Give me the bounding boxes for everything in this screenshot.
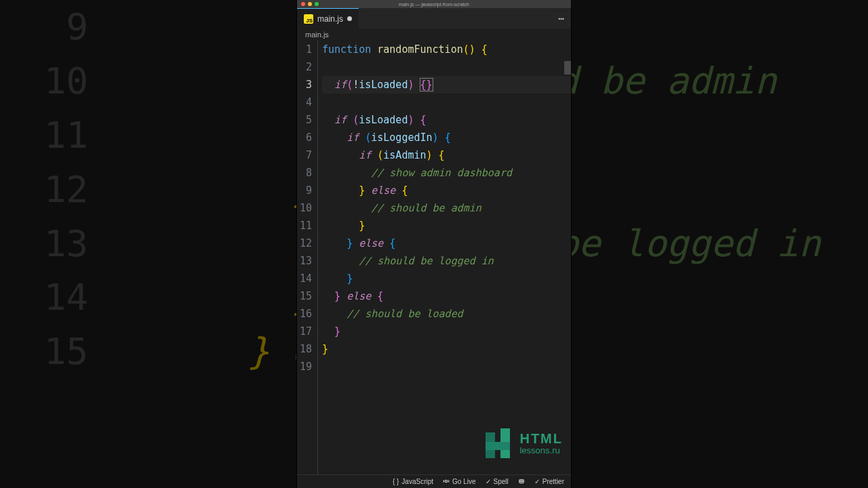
watermark-logo: HTML lessons.ru xyxy=(486,428,563,458)
more-actions-icon[interactable]: ⋯ xyxy=(552,13,571,24)
titlebar: main.js — javascript-from-scratch xyxy=(297,0,571,8)
code-line[interactable]: } xyxy=(322,323,571,340)
code-line[interactable]: // should be loaded xyxy=(322,305,571,323)
line-number: 6 xyxy=(297,129,312,146)
line-number: 1 xyxy=(297,41,312,58)
code-content[interactable]: function randomFunction() { if(!isLoaded… xyxy=(317,41,571,474)
tab-main-js[interactable]: JS main.js xyxy=(297,8,359,28)
broadcast-icon xyxy=(443,478,450,486)
code-line[interactable]: } else { xyxy=(322,182,571,199)
code-line[interactable]: } xyxy=(322,217,571,235)
code-line[interactable] xyxy=(322,358,571,375)
window-title: main.js — javascript-from-scratch xyxy=(399,2,469,7)
tab-bar: JS main.js ⋯ xyxy=(297,8,571,28)
braces-icon: { } xyxy=(393,478,399,485)
code-line[interactable]: } xyxy=(322,340,571,358)
minimize-icon[interactable] xyxy=(308,2,312,6)
maximize-icon[interactable] xyxy=(315,2,319,6)
breadcrumb-item: main.js xyxy=(305,30,329,39)
code-line[interactable]: // show admin dashboard xyxy=(322,164,571,182)
line-number: 17 xyxy=(297,323,312,340)
breadcrumb[interactable]: main.js xyxy=(297,28,571,41)
line-number: 13 xyxy=(297,252,312,270)
code-line[interactable]: } else { xyxy=(322,235,571,252)
copilot-icon xyxy=(518,478,525,486)
line-number: 7 xyxy=(297,146,312,164)
code-line[interactable]: if (isLoaded) { xyxy=(322,111,571,129)
svg-point-0 xyxy=(445,480,447,482)
code-line[interactable] xyxy=(322,94,571,111)
svg-point-2 xyxy=(520,481,521,481)
code-line[interactable]: // should be admin xyxy=(322,199,571,217)
line-number: 15 xyxy=(297,287,312,305)
line-number: 3 xyxy=(297,76,312,94)
check-icon: ✓ xyxy=(486,478,491,485)
code-editor[interactable]: 12345678910111213141516171819 function r… xyxy=(297,41,571,474)
code-line[interactable]: // should be logged in xyxy=(322,252,571,270)
line-number: 12 xyxy=(297,235,312,252)
code-line[interactable]: } else { xyxy=(322,287,571,305)
js-file-icon: JS xyxy=(304,14,313,24)
line-number: 5 xyxy=(297,111,312,129)
code-line[interactable]: if (isLoggedIn) { xyxy=(322,129,571,146)
line-number: 11 xyxy=(297,217,312,235)
window-controls xyxy=(301,2,319,6)
code-line[interactable]: } xyxy=(322,270,571,287)
close-icon[interactable] xyxy=(301,2,305,6)
line-number: 2 xyxy=(297,58,312,76)
line-number: 9 xyxy=(297,182,312,199)
code-line[interactable]: if (isAdmin) { xyxy=(322,146,571,164)
line-number: 10 xyxy=(297,199,312,217)
scrollbar-thumb[interactable] xyxy=(564,61,571,75)
svg-point-3 xyxy=(521,481,522,481)
code-line[interactable] xyxy=(322,58,571,76)
line-number: 14 xyxy=(297,270,312,287)
watermark-title: HTML xyxy=(519,432,563,446)
line-number: 4 xyxy=(297,94,312,111)
code-line[interactable]: function randomFunction() { xyxy=(322,41,571,58)
status-golive[interactable]: Go Live xyxy=(443,478,475,486)
watermark-icon xyxy=(486,428,515,458)
status-prettier[interactable]: ✓ Prettier xyxy=(534,478,564,485)
code-line[interactable]: if(!isLoaded) {} xyxy=(322,76,571,94)
line-number: 18 xyxy=(297,340,312,358)
watermark-subtitle: lessons.ru xyxy=(519,446,563,455)
line-gutter: 12345678910111213141516171819 xyxy=(297,41,317,474)
line-number: 16 xyxy=(297,305,312,323)
line-number: 8 xyxy=(297,164,312,182)
tab-label: main.js xyxy=(317,14,343,24)
status-spell[interactable]: ✓ Spell xyxy=(486,478,509,485)
status-language[interactable]: { } JavaScript xyxy=(393,478,433,485)
check-icon: ✓ xyxy=(534,478,540,485)
line-number: 19 xyxy=(297,358,312,375)
editor-window: main.js — javascript-from-scratch JS mai… xyxy=(297,0,571,488)
status-bar: { } JavaScript Go Live ✓ Spell ✓ Prettie… xyxy=(297,474,571,488)
status-copilot[interactable] xyxy=(518,478,525,486)
dirty-indicator-icon xyxy=(347,16,352,21)
